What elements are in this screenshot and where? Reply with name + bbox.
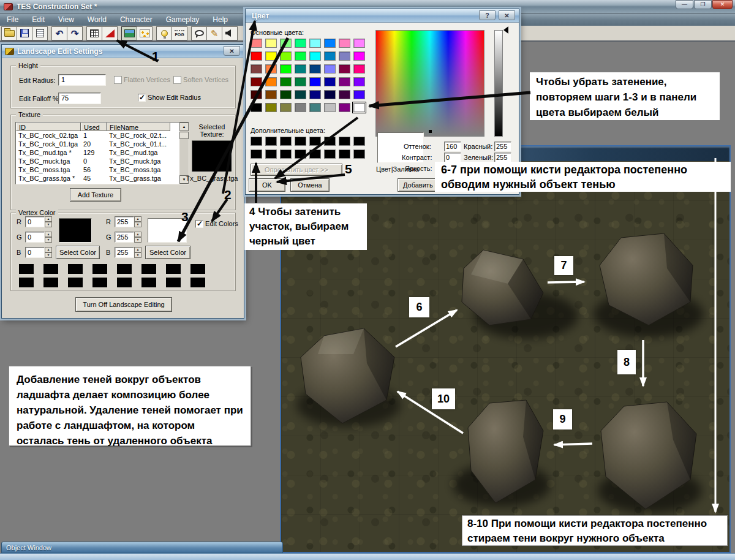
color-swatch[interactable] <box>295 77 306 86</box>
color-swatch[interactable] <box>309 51 321 61</box>
column-header[interactable]: FileName <box>107 123 170 131</box>
cancel-button[interactable]: Отмена <box>290 178 330 192</box>
color-swatch[interactable] <box>324 77 336 86</box>
menu-gameplay[interactable]: Gameplay <box>159 15 206 24</box>
color-swatch[interactable] <box>339 39 350 48</box>
select-shade-color-button[interactable]: Select Color <box>56 246 100 259</box>
color-swatch[interactable] <box>339 149 350 159</box>
soften-vertices-checkbox[interactable]: Soften Vertices <box>173 76 228 84</box>
palette-swatch[interactable] <box>19 278 34 287</box>
color-swatch[interactable] <box>309 77 321 86</box>
color-swatch[interactable] <box>339 77 350 86</box>
texture-table[interactable]: IDUsedFileNameTx_BC_rock_02.tga1Tx_BC_ro… <box>15 122 189 184</box>
color-swatch[interactable] <box>280 149 292 159</box>
right-r-spinner[interactable]: 255▲▼ <box>115 216 141 227</box>
left-r-spinner[interactable]: 0▲▼ <box>25 216 52 227</box>
color-swatch[interactable] <box>265 103 277 112</box>
color-swatch[interactable] <box>324 39 336 48</box>
right-b-spinner[interactable]: 255▲▼ <box>115 247 141 258</box>
color-swatch[interactable] <box>265 149 277 159</box>
contrast-value[interactable]: 0 <box>444 153 461 162</box>
color-swatch[interactable] <box>251 51 262 61</box>
column-header[interactable]: Used <box>81 123 107 131</box>
color-swatch[interactable] <box>339 103 350 112</box>
red-value[interactable]: 255 <box>494 142 511 151</box>
menu-help[interactable]: Help <box>206 15 235 24</box>
palette-swatch[interactable] <box>92 264 107 274</box>
color-swatch[interactable] <box>324 64 336 74</box>
color-swatch[interactable] <box>324 149 336 159</box>
help-icon[interactable]: ? <box>479 10 496 20</box>
color-swatch[interactable] <box>251 90 262 99</box>
green-value[interactable]: 255 <box>494 153 511 162</box>
palette-swatch[interactable] <box>43 264 58 274</box>
palette-swatch[interactable] <box>68 264 83 274</box>
open-button[interactable] <box>1 26 17 40</box>
landscape-dialog-titlebar[interactable]: Landscape Edit Settings ✕ <box>2 45 244 58</box>
color-swatch[interactable] <box>265 137 277 146</box>
preferences-button[interactable] <box>32 26 48 40</box>
color-dialog-close-icon[interactable]: ✕ <box>499 10 515 20</box>
cell-markers-button[interactable] <box>137 26 153 40</box>
luminance-arrow-icon[interactable] <box>503 26 508 34</box>
color-swatch[interactable] <box>251 77 262 86</box>
color-swatch[interactable] <box>309 103 321 112</box>
table-row[interactable]: Tx_BC_mud.tga *129Tx_BC_mud.tga <box>16 148 189 157</box>
snap-angle-button[interactable] <box>102 26 118 40</box>
ok-button[interactable]: OK <box>249 178 285 192</box>
palette-swatch[interactable] <box>117 278 132 287</box>
left-g-spinner[interactable]: 0▲▼ <box>25 232 52 243</box>
color-swatch[interactable] <box>353 90 365 99</box>
edit-button[interactable]: ✎ <box>206 26 222 40</box>
color-swatch[interactable] <box>265 39 277 48</box>
right-g-spinner[interactable]: 255▲▼ <box>115 232 141 243</box>
color-swatch[interactable] <box>251 137 262 146</box>
color-swatch[interactable] <box>309 137 321 146</box>
close-button[interactable]: ✕ <box>712 0 733 9</box>
minimize-button[interactable]: — <box>676 0 693 9</box>
restore-button[interactable]: ❐ <box>694 0 712 9</box>
vertex-color-palette[interactable] <box>19 264 205 287</box>
select-erase-color-button[interactable]: Select Color <box>145 246 190 259</box>
color-swatch[interactable] <box>251 39 262 48</box>
color-swatch[interactable] <box>280 39 292 48</box>
sound-button[interactable] <box>222 26 238 40</box>
color-swatch[interactable] <box>280 64 292 74</box>
color-swatch[interactable] <box>295 64 306 74</box>
table-row[interactable]: Tx_BC_rock_01.tga20Tx_BC_rock_01.t... <box>16 140 189 148</box>
palette-swatch[interactable] <box>92 278 107 287</box>
snap-grid-button[interactable] <box>86 26 102 40</box>
color-swatch[interactable] <box>251 149 262 159</box>
menu-world[interactable]: World <box>81 15 113 24</box>
palette-swatch[interactable] <box>166 264 181 274</box>
color-swatch[interactable] <box>353 39 365 48</box>
object-window-titlebar[interactable]: Object Window <box>1 542 283 553</box>
color-swatch[interactable] <box>251 103 262 112</box>
menu-file[interactable]: File <box>0 15 25 24</box>
edit-radius-input[interactable]: 1 <box>58 74 106 86</box>
table-row[interactable]: Tx_BC_grass.tga *45Tx_BC_grass.tga <box>16 174 189 183</box>
palette-swatch[interactable] <box>68 278 83 287</box>
color-swatch[interactable] <box>309 90 321 99</box>
color-dialog-titlebar[interactable]: Цвет ? ✕ <box>246 9 519 23</box>
show-edit-radius-checkbox[interactable]: Show Edit Radius <box>138 94 201 102</box>
scroll-thumb[interactable] <box>179 132 189 139</box>
color-swatch[interactable] <box>353 64 365 74</box>
color-swatch[interactable] <box>251 64 262 74</box>
left-b-spinner[interactable]: 0▲▼ <box>25 247 52 258</box>
fog-button[interactable]: FOG <box>172 26 187 40</box>
color-swatch[interactable] <box>295 51 306 61</box>
lights-button[interactable] <box>156 26 172 40</box>
column-header[interactable]: ID <box>16 123 81 131</box>
flatten-vertices-checkbox[interactable]: Flatten Vertices <box>114 76 170 84</box>
color-swatch[interactable] <box>324 51 336 61</box>
landscape-dialog-close-icon[interactable]: ✕ <box>224 46 240 56</box>
basic-colors-grid[interactable] <box>251 39 365 112</box>
color-swatch[interactable] <box>353 103 365 112</box>
color-swatch[interactable] <box>280 137 292 146</box>
palette-swatch[interactable] <box>117 264 132 274</box>
edit-colors-checkbox[interactable]: Edit Colors <box>195 220 238 228</box>
menu-edit[interactable]: Edit <box>25 15 51 24</box>
palette-swatch[interactable] <box>190 278 205 287</box>
color-swatch[interactable] <box>339 51 350 61</box>
